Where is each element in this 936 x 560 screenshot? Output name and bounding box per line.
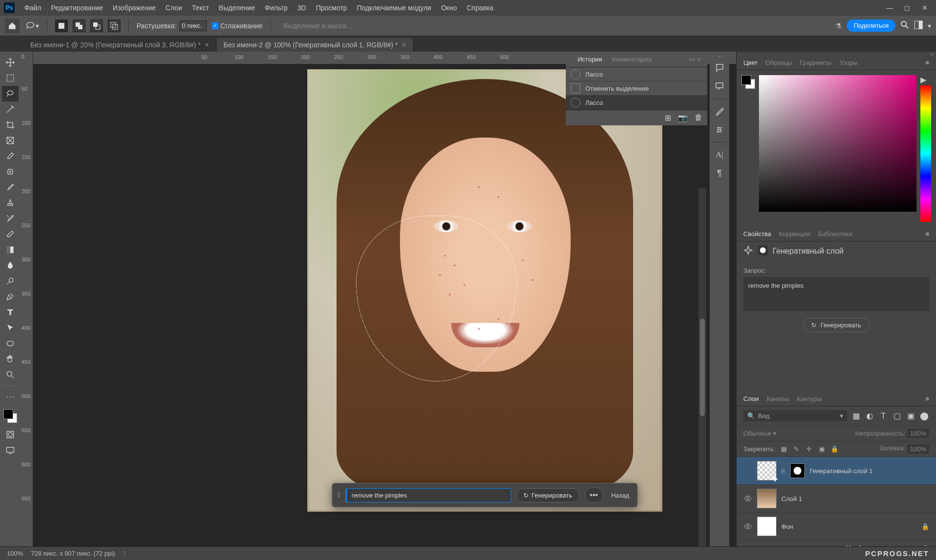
history-brush-tool[interactable] <box>2 211 19 226</box>
history-item[interactable]: Лассо <box>566 96 707 110</box>
layers-tab[interactable]: Слои <box>743 395 759 402</box>
color-picker-field[interactable] <box>759 75 916 212</box>
panel-menu-icon[interactable]: ≡ <box>925 59 929 66</box>
lasso-tool[interactable] <box>2 86 19 101</box>
layer-thumbnail[interactable] <box>757 517 777 536</box>
menu-help[interactable]: Справка <box>462 4 498 12</box>
panel-menu-icon[interactable]: ≡ <box>925 395 929 402</box>
hue-arrow-icon[interactable]: ▶ <box>920 75 931 84</box>
libraries-tab[interactable]: Библиотеки <box>818 230 852 238</box>
close-tab-icon[interactable]: ✕ <box>401 41 406 48</box>
move-tool[interactable] <box>2 55 19 70</box>
menu-view[interactable]: Просмотр <box>311 4 352 12</box>
filter-smart-icon[interactable]: ▣ <box>906 411 916 421</box>
color-tab[interactable]: Цвет <box>743 59 757 66</box>
fill-input[interactable]: 100% <box>907 444 929 454</box>
generate-button-panel[interactable]: ↻Генерировать <box>803 318 869 332</box>
lock-all-icon[interactable]: 🔒 <box>830 445 839 454</box>
menu-layers[interactable]: Слои <box>160 4 187 12</box>
lock-position-icon[interactable]: ✛ <box>805 445 814 454</box>
blend-mode-dropdown[interactable]: Обычные ▾ <box>743 430 777 437</box>
new-doc-from-state-icon[interactable]: ⊞ <box>665 113 671 122</box>
layer-item[interactable]: ⎘ Генеративный слой 1 <box>737 457 936 485</box>
menu-text[interactable]: Текст <box>187 4 214 12</box>
comments-icon[interactable] <box>711 60 728 76</box>
history-tab[interactable]: История <box>573 56 607 63</box>
magic-wand-tool[interactable] <box>2 101 19 117</box>
maximize-button[interactable]: ◻ <box>903 3 912 12</box>
crop-tool[interactable] <box>2 117 19 133</box>
filter-toggle[interactable]: ⬤ <box>919 411 929 421</box>
menu-window[interactable]: Окно <box>436 4 462 12</box>
doc-info[interactable]: 728 пикс. x 907 пикс. (72 ppi) <box>31 550 115 557</box>
lock-transparency-icon[interactable]: ▩ <box>779 445 788 454</box>
layer-item[interactable]: Слой 1 <box>737 485 936 513</box>
zoom-level[interactable]: 100% <box>7 550 23 557</box>
frame-tool[interactable] <box>2 133 19 148</box>
doc-tab-2[interactable]: Без имени-2 @ 100% (Генеративный слой 1,… <box>217 38 414 52</box>
filter-adjustment-icon[interactable]: ◐ <box>865 411 875 421</box>
gradient-tool[interactable] <box>2 242 19 258</box>
scroll-vertical[interactable] <box>698 188 706 546</box>
marquee-tool[interactable] <box>2 70 19 86</box>
visibility-toggle[interactable] <box>743 494 752 503</box>
pen-tool[interactable] <box>2 289 19 304</box>
adjustments-icon[interactable] <box>711 121 728 138</box>
layer-item[interactable]: Фон 🔒 <box>737 513 936 540</box>
delete-icon[interactable]: 🗑 <box>695 113 702 122</box>
menu-3d[interactable]: 3D <box>293 4 311 12</box>
mask-thumbnail[interactable] <box>790 463 805 478</box>
close-button[interactable]: ✕ <box>920 3 929 12</box>
color-swatches[interactable] <box>3 409 17 423</box>
more-options-button[interactable]: ••• <box>584 487 603 503</box>
menu-image[interactable]: Изображение <box>108 4 160 12</box>
lock-artboard-icon[interactable]: ▣ <box>817 445 826 454</box>
zoom-tool[interactable] <box>2 367 19 382</box>
filter-type-icon[interactable]: T <box>878 411 888 421</box>
back-button[interactable]: Назад <box>608 492 632 499</box>
history-item[interactable]: Лассо <box>566 67 707 81</box>
character-panel-icon[interactable]: A| <box>711 146 728 163</box>
layer-name[interactable]: Слой 1 <box>781 495 802 502</box>
share-button[interactable]: Поделиться <box>847 20 896 32</box>
paths-tab[interactable]: Контуры <box>797 395 822 402</box>
drag-handle-icon[interactable]: ⦀ <box>337 491 340 500</box>
collapse-panel-icon[interactable]: >> ≡ <box>689 56 700 63</box>
comments-tab[interactable]: Комментарии <box>607 56 657 63</box>
hand-tool[interactable] <box>2 351 19 367</box>
adjustments-tab[interactable]: Коррекция <box>779 230 810 238</box>
selection-new[interactable] <box>55 20 68 32</box>
menu-file[interactable]: Файл <box>20 4 46 12</box>
patterns-tab[interactable]: Узоры <box>839 59 857 66</box>
current-tool-icon[interactable]: ▾ <box>24 20 39 31</box>
dodge-tool[interactable] <box>2 273 19 289</box>
visibility-toggle[interactable] <box>743 466 752 475</box>
menu-edit[interactable]: Редактирование <box>46 4 108 12</box>
menu-filter[interactable]: Фильтр <box>260 4 293 12</box>
selection-add[interactable] <box>73 20 85 32</box>
properties-tab[interactable]: Свойства <box>743 230 771 238</box>
paragraph-panel-icon[interactable]: ¶ <box>711 165 728 181</box>
opacity-input[interactable]: 100% <box>907 429 929 438</box>
home-button[interactable] <box>5 19 20 33</box>
menu-plugins[interactable]: Подключаемые модули <box>352 4 437 12</box>
minimize-button[interactable]: — <box>885 3 894 12</box>
shape-tool[interactable] <box>2 336 19 351</box>
layer-filter-dropdown[interactable]: 🔍Вид▾ <box>743 410 847 421</box>
type-tool[interactable] <box>2 304 19 320</box>
filter-pixel-icon[interactable]: ▦ <box>851 411 861 421</box>
healing-brush-tool[interactable] <box>2 164 19 180</box>
generate-button[interactable]: ↻Генерировать <box>516 488 579 502</box>
brush-panel-icon[interactable] <box>711 103 728 120</box>
screen-mode-toggle[interactable] <box>2 442 19 458</box>
canvas-image[interactable] <box>307 69 662 512</box>
beaker-icon[interactable]: ⚗ <box>836 22 842 30</box>
doc-tab-1[interactable]: Без имени-1 @ 20% (Генеративный слой 3, … <box>23 38 217 52</box>
eraser-tool[interactable] <box>2 226 19 242</box>
selection-intersect[interactable] <box>108 20 120 32</box>
feather-input[interactable] <box>179 20 207 31</box>
layer-name[interactable]: Фон <box>781 523 793 530</box>
brush-tool[interactable] <box>2 180 19 195</box>
lock-pixels-icon[interactable]: ✎ <box>792 445 801 454</box>
close-tab-icon[interactable]: ✕ <box>204 41 209 48</box>
